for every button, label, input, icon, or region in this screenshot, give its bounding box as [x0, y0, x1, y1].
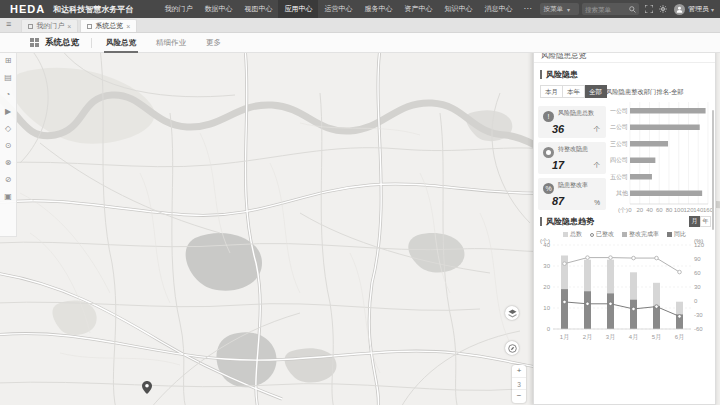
nav-item[interactable]: 应用中心	[278, 0, 318, 18]
svg-text:一公司: 一公司	[610, 107, 628, 114]
zoom-in-button[interactable]: +	[512, 365, 526, 377]
stat-cards: !风险隐患总数36个待整改隐患17个%隐患整改率87%	[538, 106, 606, 210]
svg-text:1月: 1月	[560, 334, 569, 341]
search-icon[interactable]	[629, 6, 636, 13]
stat-card: %隐患整改率87%	[538, 178, 606, 210]
svg-text:20: 20	[636, 207, 643, 213]
svg-text:40: 40	[646, 207, 653, 213]
filter-button[interactable]: 全部	[585, 85, 607, 98]
panel-scrollbar[interactable]	[712, 110, 715, 230]
forbid-icon[interactable]: ⊘	[5, 176, 12, 184]
nav-item[interactable]: 视图中心	[238, 0, 278, 18]
gauge-icon[interactable]: ◔	[6, 91, 11, 99]
svg-text:0: 0	[694, 298, 698, 304]
nav-item[interactable]: 运营中心	[318, 0, 358, 18]
nav-more-button[interactable]: ⋯	[518, 0, 536, 18]
svg-text:2月: 2月	[583, 334, 592, 341]
search-input[interactable]	[585, 6, 629, 13]
panel-icon[interactable]: ▣	[4, 193, 12, 201]
svg-text:0: 0	[628, 207, 632, 213]
filter-button[interactable]: 本月	[540, 85, 563, 98]
subnav-tab[interactable]: 风险总览	[104, 33, 138, 53]
legend-marker	[622, 232, 627, 237]
time-filter-group: 本月本年全部	[540, 85, 607, 98]
list-icon[interactable]: ▤	[4, 74, 12, 82]
tab-label: 我的门户	[36, 21, 64, 31]
svg-text:四公司: 四公司	[610, 156, 628, 164]
search-category-select[interactable]: 按菜单 ▾	[540, 3, 579, 15]
svg-text:6月: 6月	[675, 334, 684, 341]
svg-text:10: 10	[543, 305, 550, 311]
layers-icon	[508, 309, 517, 318]
user-menu-caret-icon[interactable]: ▾	[711, 6, 714, 13]
open-tabs: 我的门户×系统总览×	[21, 19, 139, 32]
svg-text:0: 0	[547, 326, 551, 332]
play-icon[interactable]: ▶	[5, 108, 11, 116]
divider	[91, 38, 92, 48]
ranking-bar-chart: 一公司二公司三公司四公司五公司其他(个)02040608010012014016…	[606, 100, 714, 222]
subnav: 系统总览 风险总览精细作业更多	[0, 33, 720, 53]
trend-title: 风险隐患趋势	[540, 217, 594, 226]
nav-item[interactable]: 服务中心	[358, 0, 398, 18]
open-tab[interactable]: 系统总览×	[80, 19, 137, 32]
tab-close-icon[interactable]: ×	[126, 23, 130, 30]
subnav-tab[interactable]: 更多	[204, 33, 223, 53]
pending-icon	[543, 147, 554, 158]
nav-item[interactable]: 我的门户	[158, 0, 198, 18]
diamond-icon[interactable]: ◇	[5, 125, 11, 133]
left-toolbar: ◎⊞▤◔▶◇⊙⊗⊘▣	[0, 33, 17, 237]
trend-section-header: 风险隐患趋势 月年	[534, 216, 715, 227]
map-pin[interactable]	[142, 380, 152, 398]
topnav-menu: 我的门户数据中心视图中心应用中心运营中心服务中心资产中心知识中心消息中心	[158, 0, 518, 18]
svg-text:(个): (个)	[618, 207, 628, 213]
stat-value: 17	[552, 159, 564, 171]
svg-text:90: 90	[694, 256, 701, 262]
period-toggle[interactable]: 月	[689, 216, 700, 227]
locate-button[interactable]	[505, 341, 519, 355]
svg-text:-30: -30	[694, 312, 703, 318]
user-icon	[676, 6, 683, 13]
stat-value: 87	[552, 195, 564, 207]
stat-unit: %	[594, 199, 600, 206]
nav-item[interactable]: 消息中心	[478, 0, 518, 18]
avatar[interactable]	[674, 4, 685, 15]
collapse-menu-icon[interactable]: ≡	[6, 18, 11, 31]
section-risk-title: 风险隐患	[540, 70, 578, 79]
svg-text:其他: 其他	[616, 190, 628, 197]
username[interactable]: 管理员	[688, 4, 709, 14]
svg-text:30: 30	[543, 263, 550, 269]
subnav-tab[interactable]: 精细作业	[154, 33, 188, 53]
stat-label: 风险隐患总数	[558, 110, 601, 117]
svg-text:20: 20	[543, 284, 550, 290]
svg-text:3月: 3月	[606, 334, 615, 341]
period-toggle[interactable]: 年	[700, 216, 711, 227]
open-tab[interactable]: 我的门户×	[21, 19, 78, 32]
stat-unit: 个	[594, 125, 601, 134]
legend-marker	[590, 233, 594, 237]
grid-icon[interactable]: ⊞	[5, 57, 12, 65]
nav-item[interactable]: 资产中心	[398, 0, 438, 18]
alert-icon: !	[543, 111, 554, 122]
layers-button[interactable]	[505, 306, 519, 320]
fullscreen-icon	[645, 5, 653, 13]
subnav-tabs: 风险总览精细作业更多	[104, 33, 239, 53]
svg-text:三公司: 三公司	[610, 140, 628, 147]
settings-button[interactable]	[659, 5, 667, 13]
target-icon[interactable]: ⊙	[5, 142, 12, 150]
nav-item[interactable]: 知识中心	[438, 0, 478, 18]
node-icon[interactable]: ⊗	[5, 159, 12, 167]
zoom-control: + 3 −	[512, 365, 526, 403]
stat-unit: 个	[594, 161, 601, 170]
search-box	[582, 3, 639, 15]
svg-text:-60: -60	[694, 326, 703, 332]
risk-panel: 风险隐患总览 风险隐患 本月本年全部 风险隐患整改部门排名-全部 !风险隐患总数…	[533, 47, 716, 405]
svg-text:120: 120	[694, 242, 705, 248]
zoom-out-button[interactable]: −	[512, 390, 526, 402]
nav-item[interactable]: 数据中心	[198, 0, 238, 18]
fullscreen-button[interactable]	[645, 5, 653, 13]
tab-close-icon[interactable]: ×	[67, 23, 71, 30]
stat-card: !风险隐患总数36个	[538, 106, 606, 138]
stat-label: 待整改隐患	[558, 146, 601, 153]
period-toggle-group: 月年	[689, 216, 711, 227]
filter-button[interactable]: 本年	[563, 85, 585, 98]
